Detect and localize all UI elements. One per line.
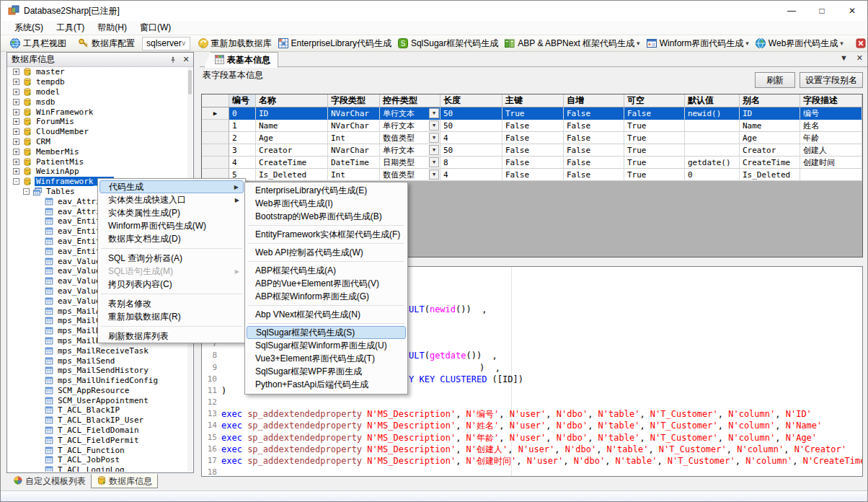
- grid-cell-5-3[interactable]: 数值类型▼: [380, 169, 440, 181]
- bottom-tab-0[interactable]: 自定义模板列表: [8, 474, 91, 488]
- context-menu-item-8[interactable]: 拷贝列表内容(C): [99, 278, 244, 291]
- grid-cell-0-7[interactable]: False: [624, 107, 685, 120]
- dropdown-arrow-icon[interactable]: ▼: [429, 169, 439, 180]
- tree-database-master[interactable]: +master: [8, 67, 187, 77]
- submenu-item-0[interactable]: EnterpriseLibrary代码生成(E): [247, 184, 406, 197]
- exit-button[interactable]: 退出: [852, 36, 868, 50]
- row-indicator[interactable]: [202, 120, 229, 132]
- grid-cell-1-0[interactable]: 1: [229, 120, 256, 132]
- panel-close-icon[interactable]: ✕: [182, 56, 190, 64]
- grid-cell-0-4[interactable]: 50: [440, 107, 502, 120]
- tab-list-dropdown-icon[interactable]: ▼: [840, 53, 848, 63]
- grid-row-5[interactable]: 5Is_DeletedInt数值类型▼4FalseFalseTrue0Is_De…: [202, 169, 862, 181]
- tree-table-17[interactable]: mps_MailSendHistory: [8, 366, 187, 376]
- context-menu-item-3[interactable]: Winform界面代码生成(W): [99, 219, 244, 232]
- grid-header-7[interactable]: 可空: [624, 94, 685, 107]
- tree-table-19[interactable]: SCM_AppResource: [8, 386, 187, 396]
- grid-cell-2-9[interactable]: Age: [740, 132, 800, 144]
- submenu-item-17[interactable]: SqlSugar框架WPF界面生成: [247, 365, 406, 378]
- tree-database-msdb[interactable]: +msdb: [8, 97, 187, 107]
- grid-cell-0-2[interactable]: NVarChar: [328, 107, 380, 120]
- grid-cell-2-1[interactable]: Age: [256, 132, 328, 144]
- grid-cell-0-0[interactable]: 0: [229, 107, 256, 120]
- grid-cell-3-10[interactable]: 创建人: [800, 144, 862, 157]
- expand-icon[interactable]: +: [13, 168, 19, 175]
- context-menu-item-11[interactable]: 重新加载数据库(R): [99, 310, 244, 323]
- row-indicator[interactable]: [202, 157, 229, 169]
- grid-cell-1-10[interactable]: 姓名: [800, 120, 862, 132]
- abp-codegen-button[interactable]: ABP & ABPNext 框架代码生成▾: [501, 36, 642, 50]
- submenu-item-6[interactable]: Web API控制器代码生成(W): [247, 246, 406, 259]
- context-menu-item-1[interactable]: 实体类生成快速入口▶: [99, 193, 244, 206]
- context-menu-item-2[interactable]: 实体类属性生成(P): [99, 206, 244, 219]
- minimize-button[interactable]: —: [776, 1, 807, 21]
- grid-cell-5-6[interactable]: False: [564, 169, 624, 181]
- grid-cell-2-10[interactable]: 年龄: [800, 132, 862, 144]
- expand-icon[interactable]: +: [13, 149, 19, 155]
- tree-database-WeixinApp[interactable]: +WeixinApp: [8, 167, 187, 177]
- grid-cell-4-7[interactable]: True: [624, 157, 685, 169]
- tree-table-20[interactable]: SCM_UserAppointment: [8, 395, 187, 405]
- grid-cell-1-8[interactable]: [685, 120, 740, 132]
- grid-cell-4-5[interactable]: False: [502, 157, 564, 169]
- tree-table-22[interactable]: T_ACL_BlackIP_User: [8, 415, 187, 426]
- submenu-item-2[interactable]: Bootstrap的Web界面代码生成(B): [247, 210, 406, 223]
- expand-icon[interactable]: +: [13, 128, 19, 135]
- tree-table-15[interactable]: mps_MailReceiveTask: [8, 345, 187, 356]
- tree-table-26[interactable]: T_ACL_JobPost: [8, 455, 187, 465]
- grid-cell-4-0[interactable]: 4: [229, 157, 256, 169]
- tree-database-WinFramework[interactable]: +WinFramework: [8, 107, 187, 117]
- grid-header-1[interactable]: 名称: [256, 94, 328, 107]
- tab-table-info[interactable]: 表基本信息: [204, 52, 278, 68]
- grid-cell-2-3[interactable]: 数值类型▼: [380, 132, 440, 144]
- grid-cell-1-1[interactable]: Name: [256, 120, 328, 132]
- tree-database-PatientMis[interactable]: +PatientMis: [8, 157, 187, 167]
- scrollbar-thumb[interactable]: [188, 70, 192, 94]
- grid-cell-5-5[interactable]: False: [502, 169, 564, 181]
- collapse-icon[interactable]: -: [23, 188, 30, 195]
- maximize-button[interactable]: □: [807, 1, 837, 21]
- tree-database-CloudMember[interactable]: +CloudMember: [8, 127, 187, 137]
- grid-header-2[interactable]: 字段类型: [328, 94, 380, 107]
- grid-row-2[interactable]: 2AgeInt数值类型▼4FalseFalseTrueAge年龄: [202, 132, 862, 144]
- grid-row-4[interactable]: 4CreateTimeDateTime日期类型▼8FalseFalseTrueg…: [202, 157, 862, 169]
- refresh-button[interactable]: 刷新: [755, 72, 795, 88]
- dropdown-arrow-icon[interactable]: ▼: [429, 120, 439, 131]
- tree-table-25[interactable]: T_ACL_Function: [8, 445, 187, 455]
- grid-cell-4-2[interactable]: DateTime: [328, 157, 380, 169]
- web-codegen-button[interactable]: Web界面代码生成▾: [752, 36, 846, 50]
- grid-header-4[interactable]: 长度: [440, 94, 502, 107]
- grid-cell-3-6[interactable]: False: [564, 144, 624, 157]
- grid-cell-0-5[interactable]: True: [502, 107, 564, 120]
- tab-close-icon[interactable]: ✕: [856, 53, 863, 63]
- grid-cell-5-10[interactable]: [800, 169, 862, 181]
- grid-cell-4-3[interactable]: 日期类型▼: [380, 157, 440, 169]
- grid-cell-3-1[interactable]: Creator: [256, 144, 328, 157]
- grid-cell-2-0[interactable]: 2: [229, 132, 256, 144]
- grid-cell-2-5[interactable]: False: [502, 132, 564, 144]
- submenu-item-16[interactable]: Vue3+Element界面代码生成(T): [247, 352, 406, 365]
- tree-database-ForumMis[interactable]: +ForumMis: [8, 117, 187, 127]
- menubar-item-0[interactable]: 系统(S): [8, 21, 50, 35]
- sqlsugar-codegen-button[interactable]: SSqlSugar框架代码生成: [394, 36, 501, 50]
- grid-cell-4-4[interactable]: 8: [440, 157, 502, 169]
- context-menu-item-0[interactable]: 代码生成▶: [99, 180, 244, 193]
- grid-cell-3-4[interactable]: 50: [440, 144, 502, 157]
- dropdown-arrow-icon[interactable]: ▼: [429, 108, 439, 118]
- submenu-item-14[interactable]: SqlSugar框架代码生成(S): [247, 326, 406, 339]
- grid-cell-5-4[interactable]: 4: [440, 169, 502, 181]
- tree-database-MemberMis[interactable]: +MemberMis: [8, 146, 187, 157]
- submenu-item-9[interactable]: ABP的Vue+Element界面代码(V): [247, 277, 406, 290]
- submenu-item-4[interactable]: EntityFramework实体框架代码生成(F): [247, 228, 406, 241]
- tree-table-27[interactable]: T_ACL_LoginLog: [8, 465, 187, 472]
- tree-database-CRM[interactable]: +CRM: [8, 137, 187, 147]
- grid-cell-0-9[interactable]: ID: [740, 107, 800, 120]
- tree-table-21[interactable]: T_ACL_BlackIP: [8, 405, 187, 415]
- grid-cell-1-7[interactable]: True: [624, 120, 685, 132]
- context-menu-item-6[interactable]: SQL 查询分析器(A): [99, 252, 244, 265]
- grid-cell-3-5[interactable]: False: [502, 144, 564, 157]
- row-indicator[interactable]: ▶: [202, 107, 229, 120]
- grid-header-8[interactable]: 默认值: [685, 94, 740, 107]
- submenu-item-12[interactable]: Abp VNext框架代码生成(N): [247, 308, 406, 321]
- grid-cell-2-2[interactable]: Int: [328, 132, 380, 144]
